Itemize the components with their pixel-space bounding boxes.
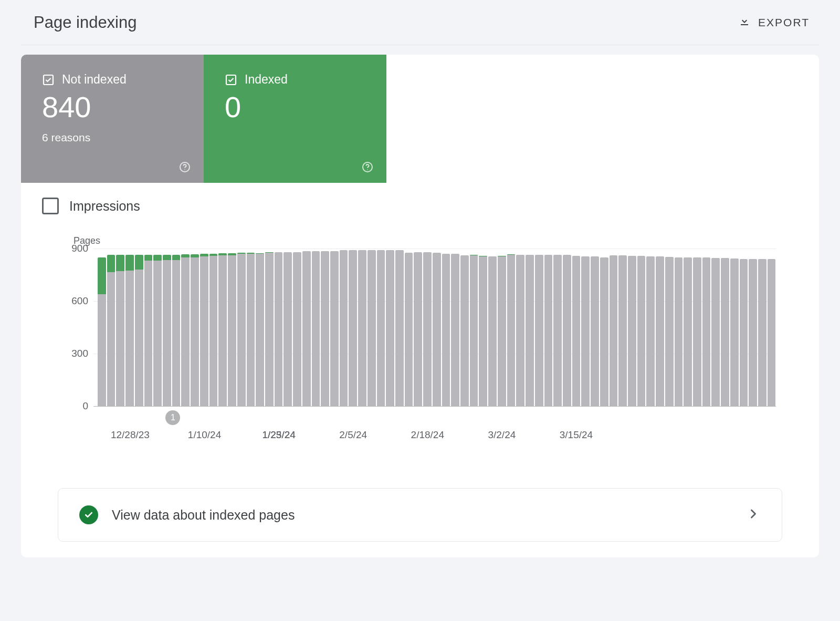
download-icon <box>738 15 751 30</box>
chart-bar[interactable] <box>665 257 674 406</box>
chart-bar[interactable] <box>507 254 516 406</box>
chart-bar[interactable] <box>451 254 459 406</box>
chart-bar[interactable] <box>135 255 143 406</box>
chart-bar[interactable] <box>153 255 162 406</box>
chart-bar[interactable] <box>460 255 469 406</box>
chart-bars <box>93 249 776 406</box>
chart-bar[interactable] <box>275 252 283 406</box>
export-button[interactable]: EXPORT <box>735 13 813 32</box>
chart-bar[interactable] <box>470 255 478 406</box>
chart-bar[interactable] <box>163 255 171 406</box>
chart-bar[interactable] <box>749 259 757 406</box>
chart-bar[interactable] <box>740 259 748 406</box>
chart-bar[interactable] <box>340 250 348 406</box>
chart-bar[interactable] <box>209 254 218 406</box>
chart-bar[interactable] <box>675 257 683 406</box>
x-tick: 2/18/24 <box>411 429 444 441</box>
view-indexed-data-row[interactable]: View data about indexed pages <box>58 488 782 542</box>
chart-bar[interactable] <box>98 257 106 406</box>
chart-bar[interactable] <box>702 257 711 406</box>
chart-bar[interactable] <box>618 255 627 406</box>
tile-indexed-label: Indexed <box>245 73 288 87</box>
chart-bar[interactable] <box>591 256 599 406</box>
chart-bar[interactable] <box>553 255 562 406</box>
y-tick: 0 <box>82 400 88 412</box>
chart-bar[interactable] <box>535 255 543 406</box>
chart-bar[interactable] <box>693 257 701 406</box>
summary-tiles: Not indexed 840 6 reasons Indexed 0 <box>21 55 819 183</box>
chart-bar[interactable] <box>349 250 357 406</box>
chart-bar[interactable] <box>544 255 553 406</box>
x-tick: 2/5/24 <box>339 429 367 441</box>
chart-bar[interactable] <box>730 258 739 406</box>
chart-bar[interactable] <box>600 257 608 406</box>
help-icon[interactable] <box>178 161 191 173</box>
tile-indexed-value: 0 <box>225 90 371 124</box>
chart-bar[interactable] <box>684 257 692 406</box>
chart-bar[interactable] <box>433 253 441 406</box>
chart: Pages 0300600900 1 12/28/231/10/241/23/2… <box>21 220 819 459</box>
x-tick: 3/15/24 <box>560 429 593 441</box>
chart-bar[interactable] <box>442 254 450 406</box>
chart-bar[interactable] <box>237 253 246 406</box>
chart-bar[interactable] <box>656 256 664 406</box>
chart-bar[interactable] <box>265 252 274 406</box>
chart-bar[interactable] <box>144 255 153 406</box>
y-tick: 300 <box>71 348 88 359</box>
chart-bar[interactable] <box>516 255 524 406</box>
chart-bar[interactable] <box>768 259 776 406</box>
chart-bar[interactable] <box>247 253 255 406</box>
chart-bar[interactable] <box>321 251 329 406</box>
chart-bar[interactable] <box>395 250 404 406</box>
chart-bar[interactable] <box>572 256 581 406</box>
chart-bar[interactable] <box>498 256 506 406</box>
chart-bar[interactable] <box>107 255 116 406</box>
chart-bar[interactable] <box>200 254 208 406</box>
chart-bar[interactable] <box>181 254 190 406</box>
chart-bar[interactable] <box>330 251 339 406</box>
chart-bar[interactable] <box>312 251 320 406</box>
chart-bar[interactable] <box>646 256 655 406</box>
chart-bar[interactable] <box>637 256 646 406</box>
chart-bar[interactable] <box>228 253 236 406</box>
y-tick: 900 <box>71 243 88 254</box>
chart-annotation-marker[interactable]: 1 <box>165 410 180 425</box>
chart-bar[interactable] <box>302 251 311 406</box>
chart-bar[interactable] <box>284 252 292 406</box>
chart-plot: 0300600900 1 <box>46 249 776 406</box>
chart-bar[interactable] <box>721 258 729 406</box>
chart-bar[interactable] <box>479 256 487 406</box>
chart-bar[interactable] <box>711 258 720 406</box>
chart-bar[interactable] <box>423 252 432 406</box>
check-circle-icon <box>79 505 98 524</box>
chart-bar[interactable] <box>293 252 301 406</box>
tile-indexed[interactable]: Indexed 0 <box>204 55 386 183</box>
x-tick: 1/25/24 <box>262 429 295 441</box>
chart-bar[interactable] <box>218 253 227 406</box>
chart-bar[interactable] <box>628 256 636 406</box>
tile-not-indexed-value: 840 <box>42 90 188 124</box>
help-icon[interactable] <box>361 161 374 173</box>
chart-bar[interactable] <box>358 250 366 406</box>
chart-bar[interactable] <box>116 255 124 406</box>
chart-bar[interactable] <box>386 250 394 406</box>
y-tick: 600 <box>71 295 88 307</box>
chart-bar[interactable] <box>172 255 181 406</box>
view-indexed-data-label: View data about indexed pages <box>112 508 732 523</box>
chart-bar[interactable] <box>191 254 199 406</box>
chart-bar[interactable] <box>368 250 376 406</box>
chart-bar[interactable] <box>405 253 413 406</box>
chart-bar[interactable] <box>526 255 534 406</box>
chart-bar[interactable] <box>610 255 618 406</box>
chart-bar[interactable] <box>563 255 571 406</box>
chart-bar[interactable] <box>488 256 497 406</box>
chart-bar[interactable] <box>256 253 264 406</box>
tile-not-indexed-sub: 6 reasons <box>42 131 188 144</box>
chart-bar[interactable] <box>377 250 385 406</box>
chart-bar[interactable] <box>581 256 590 406</box>
chart-bar[interactable] <box>414 252 422 406</box>
chart-bar[interactable] <box>758 259 766 406</box>
chart-bar[interactable] <box>125 255 134 406</box>
tile-not-indexed[interactable]: Not indexed 840 6 reasons <box>21 55 204 183</box>
impressions-checkbox[interactable] <box>42 198 59 214</box>
